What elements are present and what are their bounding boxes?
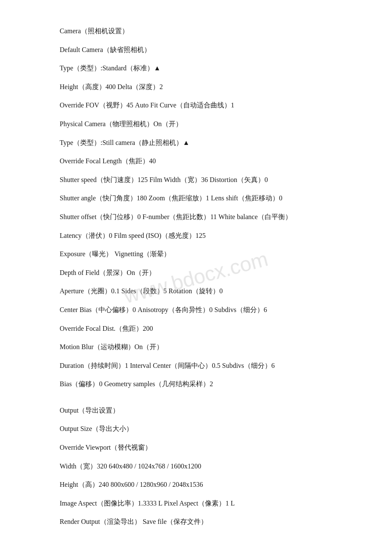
center-bias: Center Bias（中心偏移）0 Anisotropy（各向异性）0 Sub… bbox=[60, 304, 332, 315]
output-section: Output（导出设置） Output Size（导出大小） Override … bbox=[60, 405, 332, 527]
height: Height（高）240 800x600 / 1280x960 / 2048x1… bbox=[60, 479, 332, 490]
depth-of-field: Depth of Field（景深）On（开） bbox=[60, 267, 332, 278]
override-fov: Override FOV（视野）45 Auto Fit Curve（自动适合曲线… bbox=[60, 100, 332, 111]
physical-camera: Physical Camera（物理照相机）On（开） bbox=[60, 119, 332, 130]
exposure: Exposure（曝光） Vignetting（渐晕） bbox=[60, 249, 332, 260]
shutter-angle: Shutter angle（快门角度）180 Zoom（焦距缩放）1 Lens … bbox=[60, 193, 332, 204]
default-camera: Default Camera（缺省照相机） bbox=[60, 44, 332, 55]
height-delta: Height（高度）400 Delta（深度）2 bbox=[60, 81, 332, 92]
shutter-offset: Shutter offset（快门位移）0 F-number（焦距比数）11 W… bbox=[60, 211, 332, 223]
bias: Bias（偏移）0 Geometry samples（几何结构采样）2 bbox=[60, 379, 332, 390]
override-focal-dist: Override Focal Dist.（焦距）200 bbox=[60, 323, 332, 334]
override-focal-length: Override Focal Length（焦距）40 bbox=[60, 156, 332, 167]
render-output: Render Output（渲染导出） Save file（保存文件） bbox=[60, 516, 332, 527]
override-viewport: Override Viewport（替代视窗） bbox=[60, 442, 332, 453]
duration: Duration（持续时间）1 Interval Center（间隔中心）0.5… bbox=[60, 360, 332, 371]
shutter-speed: Shutter speed（快门速度）125 Film Width（宽）36 D… bbox=[60, 174, 332, 185]
type-still: Type（类型）:Still camera（静止照相机）▲ bbox=[60, 137, 332, 148]
aperture: Aperture（光圈）0.1 Sides（段数）5 Rotation（旋转）0 bbox=[60, 286, 332, 297]
motion-blur: Motion Blur（运动模糊）On（开） bbox=[60, 341, 332, 353]
width: Width（宽）320 640x480 / 1024x768 / 1600x12… bbox=[60, 461, 332, 472]
image-aspect: Image Aspect（图像比率）1.3333 L Pixel Aspect（… bbox=[60, 498, 332, 509]
camera-section: Camera（照相机设置） Default Camera（缺省照相机） Type… bbox=[60, 26, 332, 390]
output-size: Output Size（导出大小） bbox=[60, 423, 332, 434]
latency: Latency（潜伏）0 Film speed (ISO)（感光度）125 bbox=[60, 230, 332, 241]
camera-heading: Camera（照相机设置） bbox=[60, 26, 332, 37]
output-heading: Output（导出设置） bbox=[60, 405, 332, 416]
type-standard: Type（类型）:Standard（标准）▲ bbox=[60, 63, 332, 74]
